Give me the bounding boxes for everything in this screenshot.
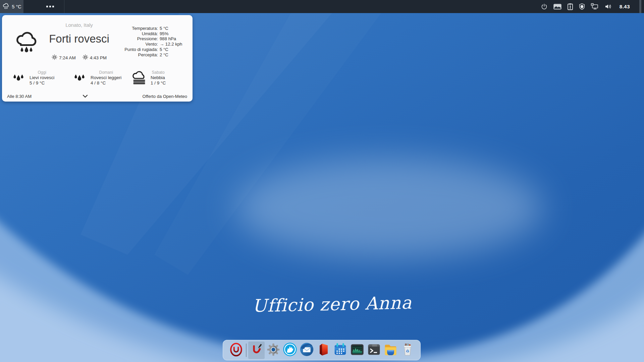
thunderbird-icon: [299, 342, 314, 358]
office-icon: [316, 342, 331, 358]
dock-item-terminal[interactable]: [366, 342, 382, 359]
fog-icon: [131, 70, 147, 87]
detail-value: → 12.2 kph: [160, 42, 182, 47]
calendar-icon: [333, 342, 348, 358]
detail-label: Pressione:: [106, 36, 158, 42]
rain-drops-icon: [11, 70, 26, 87]
wallpaper-icon[interactable]: [553, 0, 562, 13]
rain-drops-icon: [72, 70, 87, 87]
sunset-icon: [83, 54, 88, 61]
weather-details: Temperatura:5 °C Umidità:95% Pressione:9…: [106, 26, 188, 57]
top-panel: 5 °C: [0, 0, 644, 13]
detail-label: Percepita:: [106, 52, 158, 58]
dock-item-office[interactable]: [315, 342, 332, 359]
librewolf-icon: [282, 342, 298, 358]
detail-label: Umidità:: [106, 31, 158, 37]
panel-weather-chip[interactable]: 5 °C: [0, 0, 23, 13]
wallpaper-signature: Ufficio zero Anna: [252, 293, 400, 316]
sunset-time: 4:43 PM: [90, 55, 107, 60]
forecast-today: Oggi Lievi rovesci 5 / 9 °C: [11, 70, 54, 87]
ufficiozero-logo-icon: [228, 342, 244, 359]
show-desktop-button[interactable]: [639, 0, 641, 13]
sunrise-icon: [52, 54, 57, 61]
trash-icon: ♻: [400, 342, 415, 358]
forecast-tomorrow: Domani Rovesci leggeri 4 / 8 °C: [72, 70, 121, 87]
weather-popup: Lonato, Italy Forti rovesci 7:24 AM 4:43…: [2, 15, 193, 102]
forecast-day: Sabato: [151, 70, 166, 75]
chevron-down-icon[interactable]: [82, 93, 89, 99]
panel-separator: [64, 0, 64, 13]
weather-updated-label: Alle 8:30 AM: [7, 94, 32, 99]
detail-value: 95%: [160, 31, 168, 37]
detail-label: Temperatura:: [106, 26, 158, 31]
forecast-saturday: Sabato Nebbia 1 / 9 °C: [131, 70, 166, 87]
rain-cloud-icon: [2, 2, 10, 11]
dock-separator: [245, 342, 248, 359]
svg-text:♻: ♻: [406, 349, 409, 353]
power-icon[interactable]: [541, 0, 548, 13]
detail-label: Punto di rugiada:: [106, 47, 158, 52]
forecast-condition: Nebbia: [151, 75, 166, 80]
weather-attribution-link[interactable]: Offerto da Open-Meteo: [143, 94, 187, 99]
panel-clock[interactable]: 8.43: [620, 4, 630, 9]
forecast-condition: Lievi rovesci: [30, 75, 54, 80]
ufficiozero-welcome-icon: [250, 343, 264, 358]
dock-item-menu-ufficiozero[interactable]: [228, 342, 244, 359]
system-tray: 8.43: [541, 0, 644, 13]
forecast-day: Oggi: [30, 70, 54, 75]
forecast-temps: 5 / 9 °C: [30, 80, 54, 86]
dock-item-settings[interactable]: [265, 342, 281, 359]
dock-item-system-monitor[interactable]: [349, 342, 365, 359]
forecast-condition: Rovesci leggeri: [91, 75, 121, 80]
dock-item-browser-librewolf[interactable]: [282, 342, 298, 359]
forecast-day: Domani: [91, 70, 121, 75]
file-manager-icon: [383, 342, 398, 358]
wired-network-icon[interactable]: [591, 0, 599, 13]
panel-weather-temp: 5 °C: [12, 4, 21, 9]
detail-value: 5 °C: [160, 26, 168, 31]
clipboard-alert-icon[interactable]: [567, 0, 573, 13]
dock: ♻: [223, 340, 421, 360]
detail-label: Vento:: [106, 42, 158, 47]
forecast-temps: 4 / 8 °C: [91, 80, 121, 86]
dock-item-welcome[interactable]: [248, 342, 265, 359]
dock-item-trash[interactable]: ♻: [399, 342, 416, 359]
detail-value: 2 °C: [160, 52, 168, 58]
system-monitor-icon: [350, 342, 365, 358]
detail-value: 988 hPa: [160, 36, 176, 42]
dock-item-calendar[interactable]: [332, 342, 348, 359]
terminal-icon: [367, 342, 381, 358]
gear-icon: [266, 342, 281, 358]
ellipsis-icon[interactable]: [43, 0, 57, 13]
sunrise-time: 7:24 AM: [59, 55, 76, 60]
forecast-temps: 1 / 9 °C: [151, 80, 166, 86]
volume-icon[interactable]: [604, 0, 612, 13]
dock-item-mail-thunderbird[interactable]: [299, 342, 315, 359]
detail-value: 5 °C: [160, 47, 168, 52]
shield-icon[interactable]: [579, 0, 585, 13]
dock-item-file-manager[interactable]: [382, 342, 399, 359]
